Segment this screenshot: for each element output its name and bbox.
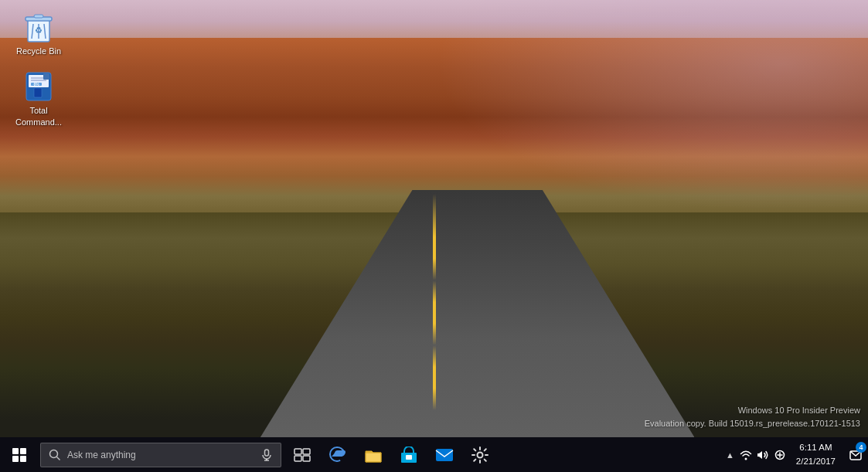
notification-badge: 4 (856, 442, 866, 453)
edge-button[interactable] (320, 437, 356, 472)
tray-expand-button[interactable]: ▲ (723, 437, 737, 472)
file-explorer-icon (364, 447, 383, 464)
store-icon (400, 447, 417, 464)
svg-text:♻: ♻ (35, 25, 43, 35)
sky-glow (434, 0, 869, 212)
windows-logo-bl (12, 456, 19, 462)
svg-rect-25 (406, 455, 412, 460)
total-commander-svg: 6% (24, 71, 53, 102)
watermark-line1: Windows 10 Pro Insider Preview (645, 404, 860, 417)
start-button[interactable] (0, 437, 39, 472)
windows-logo-tr (20, 448, 26, 454)
windows-logo (12, 448, 26, 462)
svg-rect-20 (294, 449, 301, 454)
settings-icon (471, 447, 488, 464)
notification-button[interactable]: 4 (843, 437, 868, 472)
windows-logo-tl (12, 448, 19, 454)
recycle-bin-icon[interactable]: ♻ Recycle Bin (8, 8, 70, 59)
svg-rect-22 (294, 456, 301, 461)
total-commander-image: 6% (22, 70, 55, 103)
total-commander-icon[interactable]: 6% Total Command... (8, 67, 70, 131)
network-icon (740, 450, 752, 460)
network-tray-icon[interactable] (737, 437, 754, 472)
svg-rect-9 (34, 88, 42, 97)
svg-point-15 (50, 450, 58, 457)
search-icon (49, 449, 61, 461)
taskbar-items (284, 437, 498, 472)
power-tray-icon[interactable] (771, 437, 788, 472)
settings-button[interactable] (462, 437, 498, 472)
mail-icon (435, 447, 454, 463)
svg-text:6%: 6% (33, 82, 39, 87)
search-bar[interactable]: Ask me anything (40, 443, 281, 467)
svg-line-16 (57, 457, 60, 460)
windows-logo-br (20, 456, 26, 462)
search-placeholder: Ask me anything (67, 450, 254, 460)
clock-time: 6:11 AM (799, 441, 832, 454)
clock-date: 2/21/2017 (796, 455, 836, 468)
watermark: Windows 10 Pro Insider Preview Evaluatio… (645, 404, 860, 430)
svg-point-28 (744, 457, 747, 460)
volume-tray-icon[interactable] (754, 437, 771, 472)
desktop: Windows 10 Pro Insider Preview Evaluatio… (0, 0, 868, 472)
volume-icon (757, 449, 769, 461)
taskbar: Ask me anything (0, 437, 868, 472)
svg-rect-17 (265, 450, 269, 456)
battery-icon (774, 450, 785, 460)
svg-rect-14 (43, 73, 49, 80)
recycle-bin-image: ♻ (22, 11, 55, 43)
road-center-line (433, 194, 436, 410)
total-commander-label: Total Command... (11, 105, 66, 127)
watermark-line2: Evaluation copy. Build 15019.rs_prerelea… (645, 417, 860, 430)
svg-rect-23 (303, 456, 310, 461)
desktop-icons: ♻ Recycle Bin 6 (8, 8, 70, 131)
store-button[interactable] (391, 437, 427, 472)
svg-rect-2 (34, 15, 43, 18)
task-view-icon (294, 448, 311, 462)
mail-button[interactable] (427, 437, 462, 472)
svg-point-27 (478, 452, 483, 457)
recycle-bin-svg: ♻ (24, 11, 53, 43)
recycle-bin-label: Recycle Bin (16, 46, 61, 56)
microphone-icon (260, 449, 273, 461)
edge-icon (328, 446, 347, 464)
file-explorer-button[interactable] (356, 437, 391, 472)
clock[interactable]: 6:11 AM 2/21/2017 (788, 437, 843, 472)
svg-rect-21 (303, 449, 310, 454)
task-view-button[interactable] (284, 437, 320, 472)
svg-rect-26 (436, 449, 453, 461)
system-tray: ▲ (723, 437, 868, 472)
